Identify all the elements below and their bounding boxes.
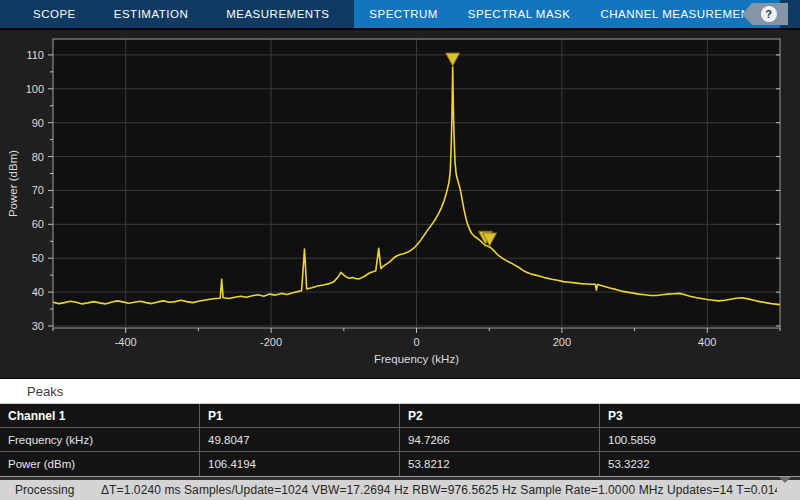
x-axis-label: Frequency (kHz) <box>374 353 459 365</box>
status-bar: Processing ΔT=1.0240 ms Samples/Update=1… <box>0 480 800 500</box>
svg-text:60: 60 <box>32 218 44 230</box>
toolstrip-tab-bar: SCOPEESTIMATIONMEASUREMENTS SPECTRUMSPEC… <box>0 0 800 28</box>
spectrum-display-panel: 30405060708090100110-400-2000200400Frequ… <box>0 28 800 378</box>
peak-frequency-value: 49.8047 <box>200 428 400 452</box>
peaks-col-header: P3 <box>600 404 800 428</box>
status-state-label: Processing <box>0 483 101 497</box>
peak-power-value: 53.8212 <box>400 452 600 476</box>
peaks-row-label: Frequency (kHz) <box>0 428 200 452</box>
svg-text:90: 90 <box>32 117 44 129</box>
tab-spectral-mask[interactable]: SPECTRAL MASK <box>453 0 586 28</box>
peaks-panel-header: Peaks <box>0 378 800 403</box>
peak-power-value: 106.4194 <box>200 452 400 476</box>
svg-text:110: 110 <box>26 49 44 61</box>
tab-spectrum[interactable]: SPECTRUM <box>354 0 453 28</box>
peak-frequency-value: 100.5859 <box>600 428 800 452</box>
peaks-panel-title: Peaks <box>27 384 63 399</box>
tab-estimation[interactable]: ESTIMATION <box>95 0 207 28</box>
status-parameters: ΔT=1.0240 ms Samples/Update=1024 VBW=17.… <box>101 483 777 497</box>
svg-text:30: 30 <box>32 320 44 332</box>
peak-frequency-value: 94.7266 <box>400 428 600 452</box>
peaks-col-header: P1 <box>200 404 400 428</box>
svg-text:-200: -200 <box>260 336 282 348</box>
peak-power-value: 53.3232 <box>600 452 800 476</box>
spectrum-chart[interactable]: 30405060708090100110-400-2000200400Frequ… <box>0 30 800 378</box>
peaks-col-header: P2 <box>400 404 600 428</box>
svg-text:50: 50 <box>32 252 44 264</box>
help-icon: ? <box>761 6 777 22</box>
svg-text:70: 70 <box>32 184 44 196</box>
svg-text:200: 200 <box>553 336 571 348</box>
svg-text:100: 100 <box>26 83 44 95</box>
svg-text:-400: -400 <box>115 336 137 348</box>
svg-text:40: 40 <box>32 286 44 298</box>
svg-text:0: 0 <box>413 336 419 348</box>
peaks-row-label: Power (dBm) <box>0 452 200 476</box>
svg-text:80: 80 <box>32 151 44 163</box>
peaks-table: Channel 1 P1 P2 P3 Frequency (kHz) 49.80… <box>0 403 800 477</box>
tab-scope[interactable]: SCOPE <box>14 0 95 28</box>
collapse-statusbar-icon[interactable] <box>779 483 793 497</box>
peaks-col-header: Channel 1 <box>0 404 200 428</box>
y-axis-label: Power (dBm) <box>7 150 19 217</box>
svg-text:400: 400 <box>698 336 716 348</box>
tab-group-active: SPECTRUMSPECTRAL MASKCHANNEL MEASUREMENT… <box>354 0 780 28</box>
tab-group-inactive: SCOPEESTIMATIONMEASUREMENTS <box>0 0 348 28</box>
tab-measurements[interactable]: MEASUREMENTS <box>207 0 348 28</box>
